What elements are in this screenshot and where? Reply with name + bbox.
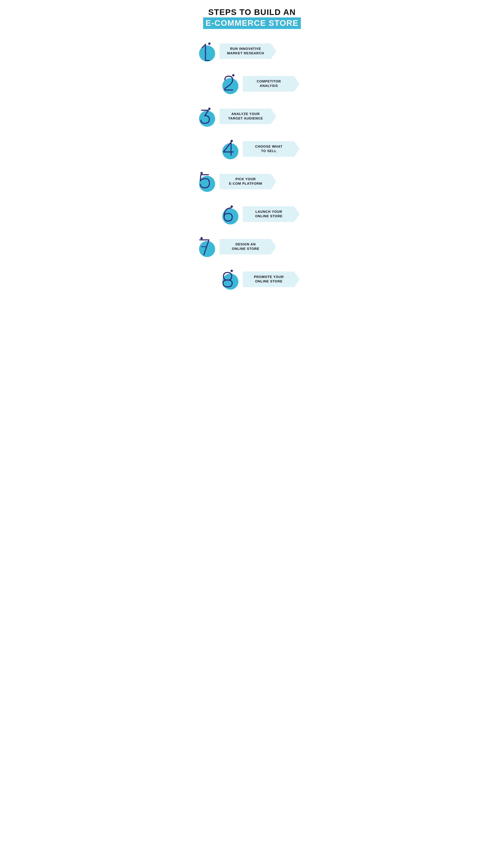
svg-point-14 <box>199 176 215 192</box>
step-banner-3: ANALYZE YOURTARGET AUDIENCE <box>220 109 276 124</box>
step-banner-5: PICK YOURE-COM PLATFORM <box>220 174 276 189</box>
svg-point-5 <box>222 78 238 94</box>
step-row-3: ANALYZE YOURTARGET AUDIENCE <box>193 104 311 129</box>
step-row-6: LAUNCH YOURONLINE STORE <box>216 201 311 227</box>
svg-point-12 <box>231 140 233 142</box>
step-row-8: PROMOTE YOURONLINE STORE <box>216 267 311 292</box>
step-row-1: RUN INNOVATIVEMARKET RESEARCH <box>193 39 311 64</box>
step-row-7: DESIGN ANONLINE STORE <box>193 234 311 259</box>
step-banner-1: RUN INNOVATIVEMARKET RESEARCH <box>220 43 276 59</box>
svg-point-6 <box>232 74 235 76</box>
svg-point-20 <box>199 241 215 257</box>
step-number-5 <box>193 169 218 194</box>
step-number-8 <box>216 267 241 292</box>
title-line2: E-COMMERCE STORE <box>203 17 301 29</box>
svg-point-15 <box>200 172 203 174</box>
svg-point-0 <box>199 46 215 61</box>
step-banner-4: CHOOSE WHATTO SELL <box>243 141 299 157</box>
step-number-1 <box>193 39 218 64</box>
step-banner-8: PROMOTE YOURONLINE STORE <box>243 271 299 287</box>
step-number-4 <box>216 136 241 162</box>
svg-point-22 <box>200 237 203 239</box>
step-banner-2: COMPETITORANALYSIS <box>243 76 299 91</box>
svg-point-9 <box>208 108 211 110</box>
step-banner-7: DESIGN ANONLINE STORE <box>220 239 276 254</box>
steps-list: RUN INNOVATIVEMARKET RESEARCH COMPETITOR… <box>193 39 311 292</box>
title-line1: STEPS TO BUILD AN <box>193 8 311 17</box>
step-number-2 <box>216 71 241 96</box>
svg-point-3 <box>208 42 211 45</box>
step-row-2: COMPETITORANALYSIS <box>216 71 311 96</box>
page-title: STEPS TO BUILD AN E-COMMERCE STORE <box>193 8 311 29</box>
step-number-6 <box>216 201 241 227</box>
svg-point-18 <box>231 206 233 208</box>
svg-point-24 <box>222 274 238 289</box>
step-number-3 <box>193 104 218 129</box>
step-banner-6: LAUNCH YOURONLINE STORE <box>243 206 299 222</box>
svg-point-11 <box>222 143 238 159</box>
step-row-5: PICK YOURE-COM PLATFORM <box>193 169 311 194</box>
step-row-4: CHOOSE WHATTO SELL <box>216 136 311 162</box>
svg-point-25 <box>231 270 233 272</box>
step-number-7 <box>193 234 218 259</box>
